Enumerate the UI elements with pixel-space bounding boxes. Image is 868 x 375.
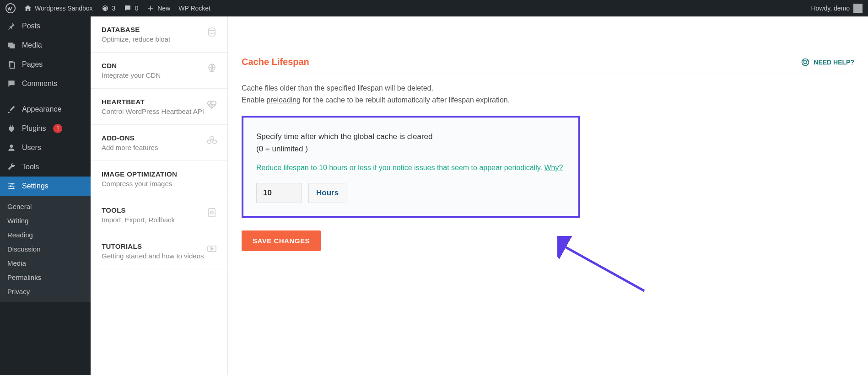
menu-label: Posts [22,22,40,30]
main-content: Cache Lifespan NEED HELP? Cache files ol… [228,16,868,375]
svg-point-7 [10,185,11,187]
svg-point-15 [804,60,807,64]
menu-label: Users [22,144,41,152]
menu-label: Comments [22,80,57,88]
box-label: Specify time after which the global cach… [256,130,566,155]
svg-point-8 [13,188,14,189]
wordpress-logo-icon[interactable] [5,3,16,13]
new-label: New [157,5,170,12]
nav-item-database[interactable]: DATABASE Optimize, reduce bloat [91,16,227,53]
home-icon [24,4,32,12]
menu-label: Pages [22,60,43,69]
why-link[interactable]: Why? [544,164,563,171]
plugin-update-badge: 1 [53,124,62,133]
brush-icon [6,104,16,114]
sidebar-item-settings[interactable]: Settings [0,177,91,196]
wrench-icon [6,162,16,172]
svg-point-5 [10,145,13,148]
site-name: Wordpress Sandbox [35,5,93,12]
nav-desc: Compress your images [102,180,216,188]
plug-icon [6,123,16,134]
menu-label: Media [22,41,42,49]
svg-rect-11 [209,209,215,217]
plus-icon [146,4,155,12]
cubes-icon [206,135,217,146]
pages-icon [6,59,16,70]
sliders-icon [6,181,16,191]
wprocket-link[interactable]: WP Rocket [178,5,210,12]
submenu-discussion[interactable]: Discussion [0,242,91,256]
sidebar-item-users[interactable]: Users [0,138,91,157]
sidebar-item-posts[interactable]: Posts [0,16,91,36]
nav-item-addons[interactable]: ADD-ONS Add more features [91,125,227,161]
howdy-text: Howdy, demo [811,5,850,12]
nav-item-tutorials[interactable]: TUTORIALS Getting started and how to vid… [91,233,227,269]
lifespan-value-input[interactable] [256,183,302,203]
updates-link[interactable]: 3 [101,4,116,12]
menu-label: Tools [22,163,39,171]
avatar [853,4,863,13]
comments-link[interactable]: 0 [124,4,138,12]
nav-item-cdn[interactable]: CDN Integrate your CDN [91,53,227,89]
submenu-privacy[interactable]: Privacy [0,284,91,299]
nav-title: DATABASE [102,26,216,33]
nav-title: IMAGE OPTIMIZATION [102,170,216,178]
sidebar-item-plugins[interactable]: Plugins 1 [0,119,91,138]
sidebar-item-comments[interactable]: Comments [0,74,91,93]
sidebar-item-media[interactable]: Media [0,36,91,55]
sidebar-item-pages[interactable]: Pages [0,55,91,74]
nav-title: HEARTBEAT [102,98,216,106]
admin-bar-left: Wordpress Sandbox 3 0 New WP Rocket [5,3,210,13]
nav-title: CDN [102,62,216,70]
menu-label: Settings [22,182,49,190]
comment-icon [6,79,16,89]
menu-label: Appearance [22,105,61,113]
annotation-arrow [557,236,658,300]
box-hint: Reduce lifespan to 10 hours or less if y… [256,164,566,172]
update-count: 3 [112,5,116,12]
nav-title: TUTORIALS [102,242,216,250]
nav-item-image-optimization[interactable]: IMAGE OPTIMIZATION Compress your images [91,161,227,197]
sidebar-item-tools[interactable]: Tools [0,157,91,177]
svg-rect-3 [10,62,15,68]
nav-item-heartbeat[interactable]: HEARTBEAT Control WordPress Heartbeat AP… [91,89,227,125]
section-description: Cache files older than the specified lif… [242,82,854,106]
svg-point-12 [210,211,213,214]
sidebar-item-appearance[interactable]: Appearance [0,100,91,119]
menu-label: Plugins [22,124,46,133]
section-title: Cache Lifespan [242,57,309,67]
new-content-link[interactable]: New [146,4,170,12]
nav-desc: Import, Export, Rollback [102,216,216,224]
submenu-general[interactable]: General [0,199,91,214]
comment-count: 0 [135,5,138,12]
refresh-icon [101,4,109,12]
site-home-link[interactable]: Wordpress Sandbox [24,4,93,12]
admin-bar-account[interactable]: Howdy, demo [811,4,863,13]
nav-title: ADD-ONS [102,134,216,142]
settings-submenu: General Writing Reading Discussion Media… [0,196,91,302]
heartbeat-icon [206,99,217,110]
wprocket-settings-nav: DATABASE Optimize, reduce bloat CDN Inte… [91,16,228,375]
nav-desc: Optimize, reduce bloat [102,35,216,43]
lifering-icon [801,58,810,67]
svg-line-16 [562,245,644,291]
desc-line-1: Cache files older than the specified lif… [242,82,854,94]
wp-admin-sidebar: Posts Media Pages Comments Appearance Pl… [0,16,91,375]
submenu-permalinks[interactable]: Permalinks [0,270,91,284]
submenu-media[interactable]: Media [0,256,91,270]
lifespan-unit-select[interactable]: Hours [308,183,346,203]
submenu-writing[interactable]: Writing [0,214,91,228]
desc-line-2: Enable preloading for the cache to be re… [242,94,854,106]
submenu-reading[interactable]: Reading [0,228,91,242]
database-icon [206,27,217,38]
need-help-link[interactable]: NEED HELP? [801,58,854,67]
svg-point-9 [209,28,215,31]
preloading-link[interactable]: preloading [266,96,301,104]
gear-file-icon [206,207,217,218]
save-changes-button[interactable]: SAVE CHANGES [242,230,321,251]
pin-icon [6,21,16,31]
nav-item-tools[interactable]: TOOLS Import, Export, Rollback [91,197,227,233]
nav-desc: Add more features [102,144,216,151]
cache-lifespan-box: Specify time after which the global cach… [242,116,580,217]
help-label: NEED HELP? [814,59,854,66]
